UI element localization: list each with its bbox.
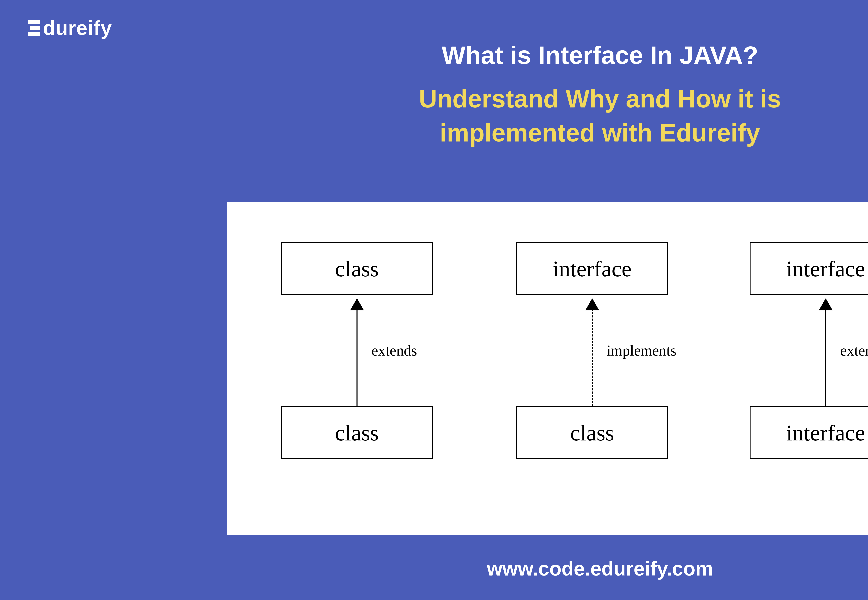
arrow-line (356, 309, 358, 406)
diagram-inner: class extends class interface implements… (227, 202, 868, 535)
diagram-column-interface-extends-interface: interface extends interface (750, 242, 868, 459)
logo-bar (30, 26, 40, 30)
uml-box-bottom: class (281, 406, 433, 459)
uml-box-top: class (281, 242, 433, 295)
subtitle-line: Understand Why and How it is (0, 82, 868, 116)
arrow-line (825, 309, 826, 406)
page-subtitle: Understand Why and How it is implemented… (0, 82, 868, 150)
logo-bar (28, 20, 40, 24)
logo-bars-icon (24, 20, 40, 36)
uml-arrow: implements (516, 295, 668, 406)
uml-arrow: extends (281, 295, 433, 406)
footer-url: www.code.edureify.com (0, 557, 868, 580)
uml-box-bottom: class (516, 406, 668, 459)
headings: What is Interface In JAVA? Understand Wh… (0, 41, 868, 150)
page-title: What is Interface In JAVA? (0, 41, 868, 70)
arrow-label: implements (600, 342, 676, 359)
arrow-label: extends (365, 342, 417, 359)
arrow-head-icon (819, 298, 833, 311)
brand-name: dureify (43, 17, 112, 39)
arrow-line-dashed (592, 309, 593, 406)
uml-arrow: extends (750, 295, 868, 406)
diagram-column-class-extends-class: class extends class (281, 242, 433, 459)
diagram-column-class-implements-interface: interface implements class (516, 242, 668, 459)
uml-box-top: interface (750, 242, 868, 295)
subtitle-line: implemented with Edureify (0, 116, 868, 150)
uml-box-bottom: interface (750, 406, 868, 459)
arrow-head-icon (350, 298, 364, 311)
arrow-label: extends (833, 342, 868, 359)
arrow-head-icon (585, 298, 599, 311)
logo-bar (28, 32, 40, 36)
diagram-panel: class extends class interface implements… (227, 202, 868, 535)
uml-box-top: interface (516, 242, 668, 295)
brand-logo: dureify (24, 17, 112, 39)
